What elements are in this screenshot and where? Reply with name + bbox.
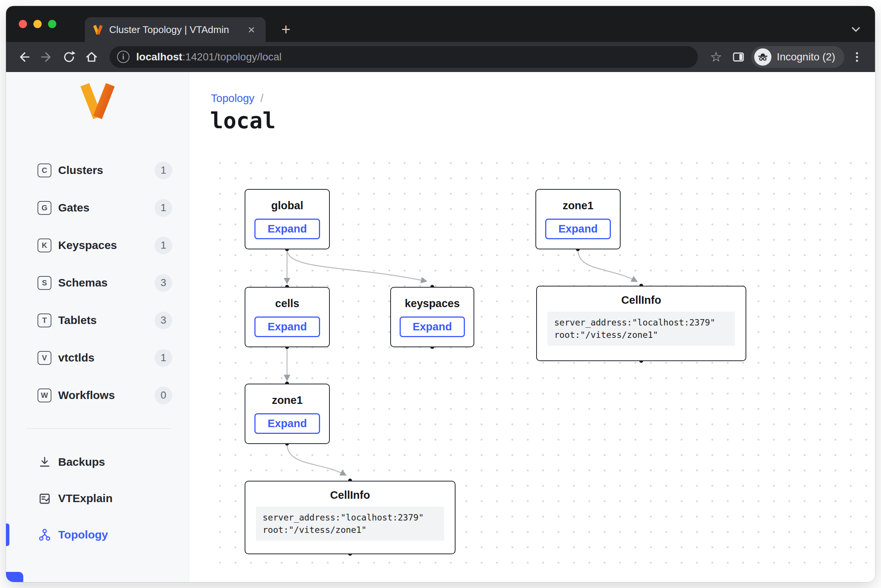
gates-letter-icon: G xyxy=(38,201,51,215)
code-line: server_address:"localhost:2379" xyxy=(554,318,715,327)
node-title: global xyxy=(271,200,303,212)
edge-zone1-cellinfo-bottom xyxy=(287,444,345,475)
browser-menu-icon[interactable] xyxy=(847,47,867,67)
count-badge: 1 xyxy=(155,162,172,179)
address-bar[interactable]: i localhost:14201/topology/local xyxy=(110,46,698,68)
sidebar-item-schemas[interactable]: S Schemas 3 xyxy=(6,271,189,295)
cellinfo-code: server_address:"localhost:2379" root:"/v… xyxy=(547,312,735,346)
sidebar-item-keyspaces[interactable]: K Keyspaces 1 xyxy=(6,233,189,257)
topology-tree-icon xyxy=(38,528,51,542)
url-text: localhost:14201/topology/local xyxy=(136,51,282,63)
edge-zone1-cellinfo xyxy=(578,249,636,281)
sidebar-item-label: VTExplain xyxy=(58,492,189,505)
primary-nav: C Clusters 1 G Gates 1 K Keyspaces 1 S S… xyxy=(6,158,189,421)
expand-button-cells[interactable]: Expand xyxy=(254,316,320,337)
count-badge: 3 xyxy=(155,312,172,329)
node-title: CellInfo xyxy=(621,294,661,306)
sidebar-item-label: Schemas xyxy=(58,276,155,289)
reload-button[interactable] xyxy=(59,47,79,67)
active-item-indicator xyxy=(6,524,9,546)
sidebar-item-label: Gates xyxy=(58,201,155,214)
expand-button-zone1-lower[interactable]: Expand xyxy=(254,413,320,434)
count-badge: 0 xyxy=(155,387,172,404)
traffic-lights xyxy=(19,6,56,42)
sidebar-item-backups[interactable]: Backups xyxy=(6,450,189,474)
sidebar-item-label: Workflows xyxy=(58,389,155,402)
count-badge: 1 xyxy=(155,199,172,217)
minimize-window-button[interactable] xyxy=(33,20,42,28)
node-title: zone1 xyxy=(272,394,302,406)
sidebar-item-vtctlds[interactable]: V vtctlds 1 xyxy=(6,346,189,370)
url-host: localhost xyxy=(136,51,182,63)
node-zone1-lower: zone1 Expand xyxy=(245,384,330,444)
vtctlds-letter-icon: V xyxy=(38,351,51,365)
count-badge: 1 xyxy=(155,349,172,367)
new-tab-button[interactable]: + xyxy=(277,21,295,39)
tab-title: Cluster Topology | VTAdmin xyxy=(109,24,238,36)
sidebar-item-label: Tablets xyxy=(58,314,155,327)
bookmark-star-icon[interactable]: ☆ xyxy=(706,47,726,67)
sidebar-divider xyxy=(27,428,171,429)
forward-button[interactable] xyxy=(37,47,56,67)
browser-toolbar: i localhost:14201/topology/local ☆ Incog… xyxy=(6,42,875,72)
sidebar-item-label: Keyspaces xyxy=(58,239,155,252)
sidebar-item-topology[interactable]: Topology xyxy=(6,523,189,547)
side-panel-icon[interactable] xyxy=(729,47,748,67)
vitess-favicon xyxy=(92,24,104,35)
profile-chip[interactable]: Incognito (2) xyxy=(751,46,844,68)
tab-search-chevron-icon[interactable] xyxy=(848,22,864,37)
sidebar-item-gates[interactable]: G Gates 1 xyxy=(6,196,189,220)
node-title: zone1 xyxy=(562,200,593,212)
page-info-icon[interactable]: i xyxy=(117,51,129,63)
url-path: :14201/topology/local xyxy=(182,51,282,63)
clusters-letter-icon: C xyxy=(38,164,51,177)
breadcrumb-separator: / xyxy=(260,92,263,105)
sidebar-item-vtexplain[interactable]: VTExplain xyxy=(6,486,189,510)
download-icon xyxy=(38,455,51,469)
sidebar-item-workflows[interactable]: W Workflows 0 xyxy=(6,383,189,407)
breadcrumb: Topology / xyxy=(211,92,263,105)
vtadmin-app: C Clusters 1 G Gates 1 K Keyspaces 1 S S… xyxy=(6,72,875,582)
secondary-nav: Backups VTExplain xyxy=(6,450,189,559)
node-cells: cells Expand xyxy=(245,287,330,347)
zoom-window-button[interactable] xyxy=(48,20,56,28)
expand-button-global[interactable]: Expand xyxy=(254,219,320,239)
code-line: server_address:"localhost:2379" xyxy=(263,513,424,522)
incognito-label: Incognito (2) xyxy=(777,51,835,63)
count-badge: 3 xyxy=(155,274,172,292)
node-cellinfo-right: CellInfo server_address:"localhost:2379"… xyxy=(536,286,746,361)
workflows-letter-icon: W xyxy=(38,388,51,402)
count-badge: 1 xyxy=(155,237,172,254)
sidebar-item-label: Clusters xyxy=(58,164,155,177)
close-window-button[interactable] xyxy=(19,20,27,28)
keyspaces-letter-icon: K xyxy=(38,238,51,252)
sidebar-item-label: Backups xyxy=(58,456,189,468)
browser-window: Cluster Topology | VTAdmin × + i localho… xyxy=(6,6,875,582)
main-content: Topology / local xyxy=(189,72,875,582)
back-button[interactable] xyxy=(14,47,34,67)
page-title: local xyxy=(210,108,276,134)
tab-close-icon[interactable]: × xyxy=(244,22,259,37)
edge-global-keyspaces xyxy=(287,249,426,281)
vitess-logo[interactable] xyxy=(6,82,189,121)
node-zone1-top: zone1 Expand xyxy=(535,189,621,249)
sidebar-item-tablets[interactable]: T Tablets 3 xyxy=(6,308,189,332)
document-check-icon xyxy=(38,492,51,506)
node-title: cells xyxy=(275,297,299,310)
sidebar: C Clusters 1 G Gates 1 K Keyspaces 1 S S… xyxy=(6,72,189,582)
browser-tab[interactable]: Cluster Topology | VTAdmin × xyxy=(85,17,266,42)
node-title: keyspaces xyxy=(405,297,460,310)
code-line: root:"/vitess/zone1" xyxy=(554,330,658,340)
home-button[interactable] xyxy=(82,47,101,67)
topology-canvas: global Expand zone1 Expand cells Expand … xyxy=(210,154,867,577)
node-title: CellInfo xyxy=(330,489,370,501)
expand-button-zone1-top[interactable]: Expand xyxy=(545,219,611,239)
expand-button-keyspaces[interactable]: Expand xyxy=(400,316,465,337)
breadcrumb-topology-link[interactable]: Topology xyxy=(211,92,254,105)
tablets-letter-icon: T xyxy=(38,314,51,327)
sidebar-item-clusters[interactable]: C Clusters 1 xyxy=(6,158,189,182)
node-global: global Expand xyxy=(245,189,330,249)
bottom-left-accent xyxy=(6,572,23,582)
tab-strip: Cluster Topology | VTAdmin × + xyxy=(6,6,875,42)
schemas-letter-icon: S xyxy=(38,276,51,290)
